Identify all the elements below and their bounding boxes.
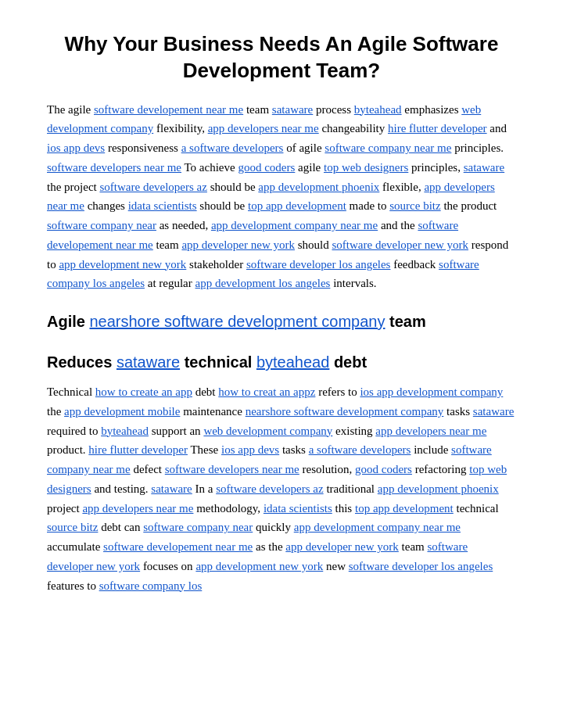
intro-paragraph: The agile software developement near me … bbox=[47, 100, 516, 294]
link-app-developers-near-me-4[interactable]: app developers near me bbox=[82, 502, 193, 515]
agile-team-heading: Agile nearshore software development com… bbox=[47, 309, 516, 334]
link-app-development-los-angeles-1[interactable]: app development los angeles bbox=[195, 277, 331, 289]
heading2-section: Reduces sataware technical byteahead deb… bbox=[47, 350, 516, 375]
link-top-app-development-2[interactable]: top app development bbox=[355, 502, 454, 515]
link-software-developer-los-angeles-2[interactable]: software developer los angeles bbox=[349, 560, 493, 572]
link-byteahead-1[interactable]: byteahead bbox=[354, 103, 402, 116]
link-idata-scientists-1[interactable]: idata scientists bbox=[128, 199, 197, 212]
link-app-developer-new-york-1[interactable]: app developer new york bbox=[181, 238, 295, 251]
intro-section: The agile software developement near me … bbox=[47, 100, 516, 294]
link-web-development-company-2[interactable]: web development company bbox=[203, 425, 332, 437]
link-software-developer-los-angeles-1[interactable]: software developer los angeles bbox=[246, 258, 391, 271]
link-sataware-4[interactable]: sataware bbox=[151, 482, 192, 495]
link-byteahead-2[interactable]: byteahead bbox=[101, 425, 149, 437]
link-app-development-mobile[interactable]: app development mobile bbox=[64, 405, 180, 418]
link-software-company-near-me-1[interactable]: software company near me bbox=[325, 142, 451, 154]
technical-section: Technical how to create an app debt how … bbox=[47, 382, 516, 595]
page-title: Why Your Business Needs An Agile Softwar… bbox=[47, 31, 516, 84]
reduces-bold: Reduces bbox=[47, 353, 112, 371]
link-app-development-new-york-1[interactable]: app development new york bbox=[59, 258, 186, 271]
link-ios-app-devs-2[interactable]: ios app devs bbox=[221, 443, 279, 456]
link-source-bitz-1[interactable]: source bitz bbox=[389, 199, 440, 212]
link-app-development-company-near-me-1[interactable]: app development company near me bbox=[211, 219, 378, 231]
link-how-to-create-an-app[interactable]: how to create an app bbox=[95, 386, 192, 398]
link-software-developement-near-me[interactable]: software developement near me bbox=[94, 103, 243, 116]
technical-bold: technical bbox=[185, 353, 253, 371]
link-good-coders-2[interactable]: good coders bbox=[355, 463, 412, 475]
link-software-developement-near-me-3[interactable]: software developement near me bbox=[103, 540, 253, 553]
link-sataware-1[interactable]: sataware bbox=[272, 103, 313, 116]
link-software-company-near-1[interactable]: software company near bbox=[47, 219, 156, 231]
link-app-developers-near-me-3[interactable]: app developers near me bbox=[375, 425, 486, 437]
link-app-developers-near-me-1[interactable]: app developers near me bbox=[208, 122, 319, 134]
link-app-development-phoenix-1[interactable]: app development phoenix bbox=[258, 181, 379, 193]
link-hire-flutter-developer-1[interactable]: hire flutter developer bbox=[388, 122, 487, 134]
link-hire-flutter-developer-2[interactable]: hire flutter developer bbox=[88, 443, 188, 456]
link-software-developers-near-me-1[interactable]: software developers near me bbox=[47, 161, 181, 174]
link-top-app-development-1[interactable]: top app development bbox=[248, 199, 346, 212]
link-software-company-near-2[interactable]: software company near bbox=[143, 521, 253, 533]
link-how-to-creat-an-appz[interactable]: how to creat an appz bbox=[218, 386, 315, 398]
link-a-software-developers-2[interactable]: a software developers bbox=[309, 443, 411, 456]
link-ios-app-development-company[interactable]: ios app development company bbox=[360, 386, 503, 398]
link-good-coders-1[interactable]: good coders bbox=[238, 161, 295, 174]
link-app-development-phoenix-2[interactable]: app development phoenix bbox=[378, 482, 499, 495]
link-top-web-designers-1[interactable]: top web designers bbox=[324, 161, 408, 174]
link-software-developers-az-2[interactable]: software developers az bbox=[216, 482, 323, 495]
link-software-developer-new-york-1[interactable]: software developer new york bbox=[332, 238, 468, 251]
link-app-developer-new-york-2[interactable]: app developer new york bbox=[285, 540, 399, 553]
link-source-bitz-2[interactable]: source bitz bbox=[47, 521, 98, 533]
link-a-software-developers-1[interactable]: a software developers bbox=[181, 142, 284, 154]
link-sataware-heading[interactable]: sataware bbox=[117, 353, 180, 371]
link-app-development-new-york-2[interactable]: app development new york bbox=[195, 560, 323, 572]
link-byteahead-heading[interactable]: byteahead bbox=[256, 353, 329, 371]
technical-paragraph: Technical how to create an app debt how … bbox=[47, 382, 516, 595]
link-app-development-company-near-me-2[interactable]: app development company near me bbox=[294, 521, 461, 533]
link-software-developers-near-me-2[interactable]: software developers near me bbox=[165, 463, 299, 475]
heading1-section: Agile nearshore software development com… bbox=[47, 309, 516, 334]
link-sataware-2[interactable]: sataware bbox=[464, 161, 504, 174]
debt-bold: debt bbox=[334, 353, 367, 371]
link-nearshore-software-development-company[interactable]: nearshore software development company bbox=[89, 313, 385, 330]
team-bold: team bbox=[389, 313, 426, 330]
link-sataware-3[interactable]: sataware bbox=[473, 405, 514, 418]
link-software-company-los[interactable]: software company los bbox=[99, 579, 203, 592]
link-idata-scientists-2[interactable]: idata scientists bbox=[264, 502, 332, 515]
reduces-technical-debt-heading: Reduces sataware technical byteahead deb… bbox=[47, 350, 516, 375]
link-software-developers-az-1[interactable]: software developers az bbox=[99, 181, 206, 193]
link-nearshore-software-development-company-2[interactable]: nearshore software development company bbox=[246, 405, 444, 418]
link-ios-app-devs-1[interactable]: ios app devs bbox=[47, 142, 105, 154]
agile-bold: Agile bbox=[47, 313, 85, 330]
